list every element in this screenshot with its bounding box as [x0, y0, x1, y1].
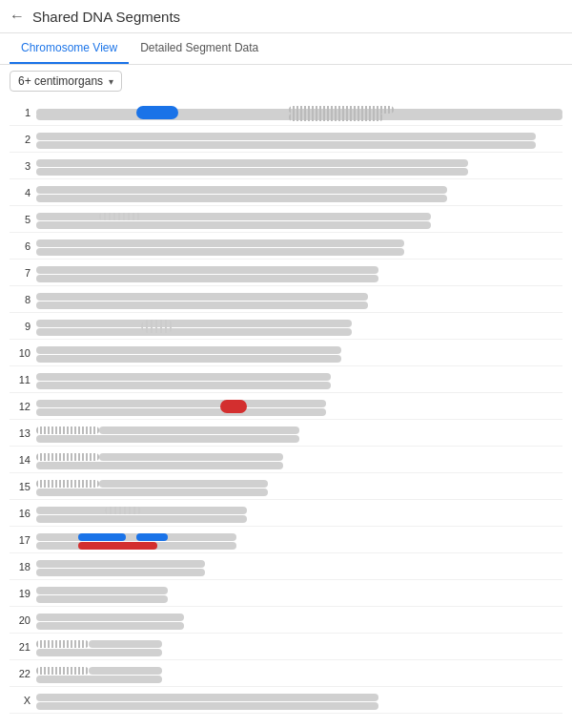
table-row: 5 [10, 206, 562, 233]
table-row: 16 [10, 500, 562, 527]
dropdown-label: 6+ centimorgans [18, 74, 103, 88]
chr-bar-container [36, 317, 562, 336]
table-row: 10 [10, 340, 562, 366]
table-row: 15 [10, 473, 562, 500]
table-row: 11 [10, 366, 562, 393]
chr-bar-container [36, 477, 562, 496]
chr-label: 22 [10, 668, 31, 679]
tab-bar: Chromosome View Detailed Segment Data [0, 33, 572, 65]
chr-label: 16 [10, 508, 31, 519]
chr-bar-container [36, 637, 562, 656]
back-button[interactable]: ← [10, 8, 25, 25]
chr-bar-container [36, 691, 562, 710]
chr-label: 15 [10, 481, 31, 492]
table-row: X [10, 687, 562, 714]
table-row: 2 [10, 126, 562, 153]
chr-label: 2 [10, 134, 31, 145]
chr-bar-container [36, 424, 562, 443]
chr-label: 4 [10, 187, 31, 198]
table-row: 6 [10, 233, 562, 260]
chr-bar-container [36, 530, 562, 550]
table-row: 21 [10, 634, 562, 660]
chromosome-list: 1 2 3 4 5 [0, 97, 572, 716]
table-row: 19 [10, 580, 562, 607]
chr-bar-container [36, 237, 562, 256]
chr-label: 21 [10, 641, 31, 653]
chr-label: 9 [10, 321, 31, 332]
table-row: 17 [10, 527, 562, 553]
chr-label: 18 [10, 561, 31, 572]
chr-label: 6 [10, 240, 31, 252]
chr-label: 8 [10, 294, 31, 305]
chr-bar-container [36, 397, 562, 416]
chr-label: 13 [10, 427, 31, 439]
tab-detailed-segment-data[interactable]: Detailed Segment Data [129, 33, 270, 64]
chr-bar-container [36, 664, 562, 683]
chr-label: 10 [10, 347, 31, 359]
chr-label: 20 [10, 614, 31, 626]
chr-bar-container [36, 210, 562, 229]
table-row: 9 [10, 313, 562, 340]
table-row: 7 [10, 260, 562, 286]
chr-bar-container [36, 263, 562, 282]
chr-label: 3 [10, 160, 31, 172]
table-row: 8 [10, 286, 562, 313]
chr-bar-container [36, 103, 562, 122]
chr-bar-container [36, 611, 562, 630]
chr-label: 7 [10, 267, 31, 279]
chr-label: 11 [10, 374, 31, 385]
page-title: Shared DNA Segments [32, 9, 180, 25]
table-row: 18 [10, 553, 562, 580]
table-row: 12 [10, 393, 562, 420]
table-row: 3 [10, 153, 562, 179]
chr-bar-container [36, 130, 562, 149]
page-header: ← Shared DNA Segments [0, 0, 572, 33]
controls-bar: 6+ centimorgans ▾ [0, 65, 572, 97]
chr-bar-container [36, 557, 562, 576]
table-row: 13 [10, 420, 562, 447]
chr-bar-container [36, 343, 562, 363]
table-row: 22 [10, 660, 562, 687]
table-row: 14 [10, 447, 562, 473]
tab-chromosome-view[interactable]: Chromosome View [10, 33, 129, 64]
centimorgans-dropdown[interactable]: 6+ centimorgans ▾ [10, 71, 122, 92]
chr-label: 17 [10, 534, 31, 546]
chr-label: 14 [10, 454, 31, 466]
chr-bar-container [36, 183, 562, 202]
table-row: 20 [10, 607, 562, 634]
chr-bar-container [36, 370, 562, 389]
chr-label: 5 [10, 214, 31, 225]
chr-label: X [10, 695, 31, 706]
chr-label: 1 [10, 107, 31, 118]
dropdown-arrow-icon: ▾ [109, 76, 113, 87]
chr-bar-container [36, 156, 562, 176]
table-row: 4 [10, 179, 562, 206]
chr-bar-container [36, 584, 562, 603]
chr-label: 12 [10, 401, 31, 412]
chr-bar-container [36, 450, 562, 469]
chr-bar-container [36, 504, 562, 523]
chr-label: 19 [10, 588, 31, 599]
chr-bar-container [36, 290, 562, 309]
table-row: 1 [10, 99, 562, 126]
